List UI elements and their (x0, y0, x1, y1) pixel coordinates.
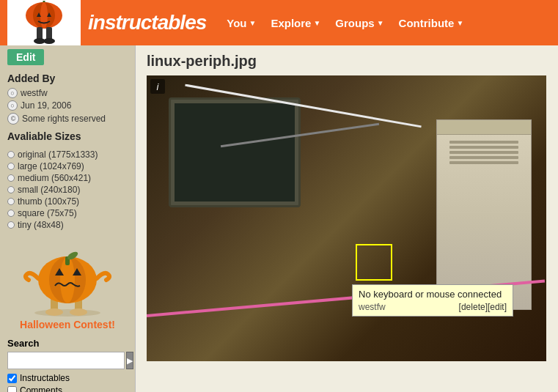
nav-you[interactable]: You ▼ (221, 14, 262, 32)
size-large[interactable]: large (1024x769) (7, 161, 128, 171)
rights-row: © Some rights reserved (7, 113, 128, 125)
author-name[interactable]: westfw (21, 88, 48, 98)
svg-point-11 (34, 309, 100, 317)
size-medium[interactable]: medium (560x421) (7, 173, 128, 183)
info-overlay-icon[interactable]: i (150, 79, 165, 94)
search-button[interactable]: ▶ (126, 352, 133, 369)
search-input[interactable] (7, 352, 125, 369)
nav-groups[interactable]: Groups ▼ (329, 14, 389, 32)
nav-contribute[interactable]: Contribute ▼ (393, 14, 470, 32)
size-dot-original (7, 151, 15, 158)
date-icon: ○ (7, 100, 18, 111)
main-image: i No keyboard or mouse connected westfw … (147, 75, 546, 361)
size-dot-thumb (7, 198, 15, 205)
halloween-contest-link[interactable]: Halloween Contest! (20, 319, 115, 330)
tooltip-footer: westfw [delete][edit] (359, 302, 507, 312)
edit-button[interactable]: Edit (7, 49, 44, 65)
highlight-box (356, 244, 392, 281)
size-dot-tiny (7, 221, 15, 229)
pc-slot (449, 156, 518, 159)
comments-checkbox[interactable] (7, 386, 17, 393)
nav-contribute-arrow: ▼ (456, 19, 463, 27)
tooltip-author: westfw (359, 302, 386, 312)
image-container: i No keyboard or mouse connected westfw … (147, 75, 546, 361)
tooltip-delete-link[interactable]: [delete] (459, 302, 488, 312)
tooltip-links: [delete][edit] (459, 302, 507, 312)
size-small[interactable]: small (240x180) (7, 185, 128, 195)
size-thumb[interactable]: thumb (100x75) (7, 196, 128, 207)
svg-point-15 (70, 308, 87, 316)
copyright-icon: © (7, 113, 19, 125)
svg-point-14 (45, 308, 63, 316)
tooltip-edit-link[interactable]: [edit] (488, 302, 507, 312)
sizes-title: Avaliable Sizes (7, 130, 128, 142)
pc-slot (449, 161, 518, 164)
nav-you-arrow: ▼ (249, 19, 257, 27)
size-dot-square (7, 210, 15, 217)
nav-groups-arrow: ▼ (377, 19, 384, 27)
svg-point-3 (40, 2, 48, 29)
checkbox-instructables: Instructables (7, 373, 128, 383)
monitor-screen (175, 103, 295, 201)
sidebar: Edit Added By ○ westfw ○ Jun 19, 2006 © … (0, 45, 136, 392)
size-dot-small (7, 186, 15, 193)
logo-area: instructables (7, 0, 206, 45)
main-content: linux-periph.jpg (136, 45, 558, 392)
size-original[interactable]: original (1775x1333) (7, 149, 128, 160)
size-dot-large (7, 163, 15, 170)
instructables-label: Instructables (20, 373, 70, 383)
date-row: ○ Jun 19, 2006 (7, 100, 128, 111)
main-nav: You ▼ Explore ▼ Groups ▼ Contribute ▼ (221, 14, 469, 32)
pc-slot (449, 146, 518, 149)
svg-point-8 (43, 38, 55, 44)
pc-slot (449, 141, 518, 144)
size-tiny[interactable]: tiny (48x48) (7, 220, 128, 230)
instructables-checkbox[interactable] (7, 374, 17, 383)
nav-explore-arrow: ▼ (313, 19, 320, 27)
image-title: linux-periph.jpg (147, 53, 547, 70)
size-square[interactable]: square (75x75) (7, 208, 128, 218)
search-label: Search (7, 338, 128, 349)
comments-label: Comments (20, 385, 62, 392)
site-logo-text[interactable]: instructables (88, 11, 206, 34)
pc-slots (437, 135, 531, 170)
logo-image (7, 0, 81, 45)
author-row: ○ westfw (7, 88, 128, 98)
monitor (169, 97, 301, 207)
main-layout: Edit Added By ○ westfw ○ Jun 19, 2006 © … (0, 45, 558, 392)
pc-top (437, 120, 531, 135)
nav-explore[interactable]: Explore ▼ (265, 14, 326, 32)
photo-background (147, 75, 546, 361)
pc-slot (449, 151, 518, 154)
checkbox-comments: Comments (7, 385, 128, 392)
search-row: ▶ (7, 352, 128, 369)
pumpkin-illustration (20, 236, 115, 317)
pumpkin-area: Halloween Contest! (7, 236, 128, 330)
tooltip-title: No keyboard or mouse connected (359, 289, 507, 300)
image-tooltip: No keyboard or mouse connected westfw [d… (352, 284, 513, 317)
author-icon: ○ (7, 88, 18, 98)
header: instructables You ▼ Explore ▼ Groups ▼ C… (0, 0, 558, 45)
size-dot-medium (7, 174, 15, 182)
search-section: Search ▶ Instructables Comments (7, 338, 128, 392)
rights-text: Some rights reserved (22, 114, 106, 124)
date-value: Jun 19, 2006 (21, 100, 71, 111)
added-by-label: Added By (7, 73, 128, 84)
